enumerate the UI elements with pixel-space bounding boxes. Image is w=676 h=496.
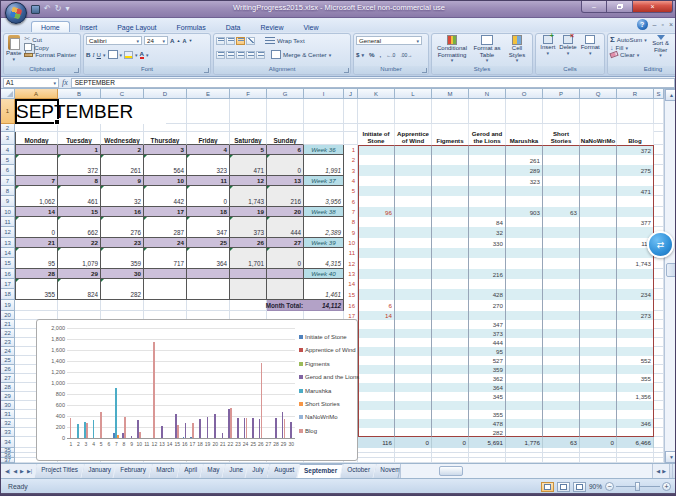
cell-O31[interactable] [506,410,543,419]
cell-N1[interactable] [469,99,506,124]
cell-S3[interactable] [654,132,664,145]
cell-Q11[interactable] [580,217,617,227]
cell-M22[interactable] [432,329,469,338]
sheet-tab-november[interactable]: November [372,464,401,478]
redo-icon[interactable]: ↻ [55,4,62,14]
cell-F13[interactable]: 26 [230,238,267,248]
cut-button[interactable]: ✂Cut [24,35,76,43]
cell-G8[interactable]: 216 [267,186,304,207]
cell-R26[interactable] [617,365,654,374]
cell-F16[interactable] [230,269,267,279]
zoom-in-icon[interactable]: + [662,482,671,491]
cell-M26[interactable] [432,365,469,374]
cell-K4[interactable] [358,145,395,155]
cell-B17[interactable]: 824 [58,279,101,300]
cell-O1[interactable] [506,99,543,124]
cell-A19[interactable] [15,300,58,311]
cell-K9[interactable] [358,196,395,207]
scroll-down-icon[interactable]: ▼ [665,451,676,463]
cell-C10[interactable]: 16 [101,207,144,217]
cell-A17[interactable]: 355 [15,279,58,300]
cell-Q25[interactable] [580,356,617,365]
cell-F14[interactable]: 1,701 [230,248,267,269]
cell-S26[interactable] [654,365,664,374]
cell-M13[interactable] [432,238,469,248]
cell-S4[interactable] [654,145,664,155]
cell-Q12[interactable] [580,227,617,238]
cell-M32[interactable] [432,419,469,428]
cell-Q1[interactable] [580,99,617,124]
cell-Q7[interactable] [580,176,617,186]
cell-E11[interactable]: 347 [187,217,230,238]
cell-K20[interactable]: 14 [358,311,395,320]
fx-icon[interactable]: fx [62,78,68,87]
row-header-23[interactable]: 23 [1,338,15,347]
cell-J8[interactable]: 5 [344,186,358,196]
cell-S33[interactable] [654,428,664,437]
column-header-C[interactable]: C [101,89,144,99]
cell-R21[interactable] [617,320,654,329]
column-header-E[interactable]: E [187,89,230,99]
cell-B8[interactable]: 461 [58,186,101,207]
font-dialog-launcher[interactable] [204,68,209,73]
column-header-I[interactable]: I [304,89,344,99]
cell-L24[interactable] [395,347,432,356]
cell-A16[interactable]: 28 [15,269,58,279]
first-sheet-icon[interactable]: ◀| [4,467,11,475]
cell-I1[interactable] [304,99,344,124]
cell-L30[interactable] [395,401,432,410]
cell-G1[interactable] [267,99,304,124]
cell-D8[interactable]: 442 [144,186,187,207]
cell-Q4[interactable] [580,145,617,155]
cell-R11[interactable]: 377 [617,217,654,227]
cell-O7[interactable]: 323 [506,176,543,186]
cell-R29[interactable]: 1,356 [617,392,654,401]
cell-J4[interactable]: 1 [344,145,358,155]
column-header-P[interactable]: P [543,89,580,99]
cell-A7[interactable]: 7 [15,176,58,186]
cell-N7[interactable] [469,176,506,186]
previous-sheet-icon[interactable]: ◀ [12,467,18,475]
cell-Q21[interactable] [580,320,617,329]
cell-G11[interactable]: 444 [267,217,304,238]
cell-G17[interactable] [267,279,304,300]
cell-K34[interactable]: 116 [358,437,395,448]
cell-I7[interactable]: Week 37 [304,176,344,186]
cell-E1[interactable] [187,99,230,124]
cell-D10[interactable]: 17 [144,207,187,217]
cell-Q8[interactable] [580,186,617,196]
cell-S8[interactable] [654,186,664,196]
row-header-11[interactable]: 11 [1,217,15,227]
cell-P15[interactable] [543,258,580,269]
cell-M5[interactable] [432,155,469,165]
cell-N19[interactable]: 270 [469,300,506,311]
row-header-31[interactable]: 31 [1,410,15,419]
cell-M34[interactable]: 0 [432,437,469,448]
workbook-restore-button[interactable]: ▫ [661,21,663,29]
cell-J11[interactable]: 8 [344,217,358,227]
cell-M9[interactable] [432,196,469,207]
merge-center-button[interactable]: Merge & Center▾ [271,50,331,59]
cell-P34[interactable]: 63 [543,437,580,448]
cell-S30[interactable] [654,401,664,410]
cell-M11[interactable] [432,217,469,227]
cell-I17[interactable]: 1,461 [304,279,344,300]
cell-K2[interactable]: Initiate of Stone [358,124,395,145]
cell-K32[interactable] [358,419,395,428]
cell-K13[interactable] [358,238,395,248]
cell-J15[interactable]: 12 [344,258,358,269]
cell-K15[interactable] [358,258,395,269]
cell-B4[interactable]: 1 [58,145,101,155]
cell-J16[interactable]: 13 [344,269,358,279]
cell-P33[interactable] [543,428,580,437]
cell-E10[interactable]: 18 [187,207,230,217]
cell-Q23[interactable] [580,338,617,347]
cell-F8[interactable]: 1,743 [230,186,267,207]
cell-L33[interactable] [395,428,432,437]
sheet-tab-october[interactable]: October [339,464,377,478]
row-header-16[interactable]: 16 [1,269,15,279]
cell-O13[interactable] [506,238,543,248]
cell-Q10[interactable] [580,207,617,217]
cell-R6[interactable]: 275 [617,165,654,176]
cell-L11[interactable] [395,217,432,227]
